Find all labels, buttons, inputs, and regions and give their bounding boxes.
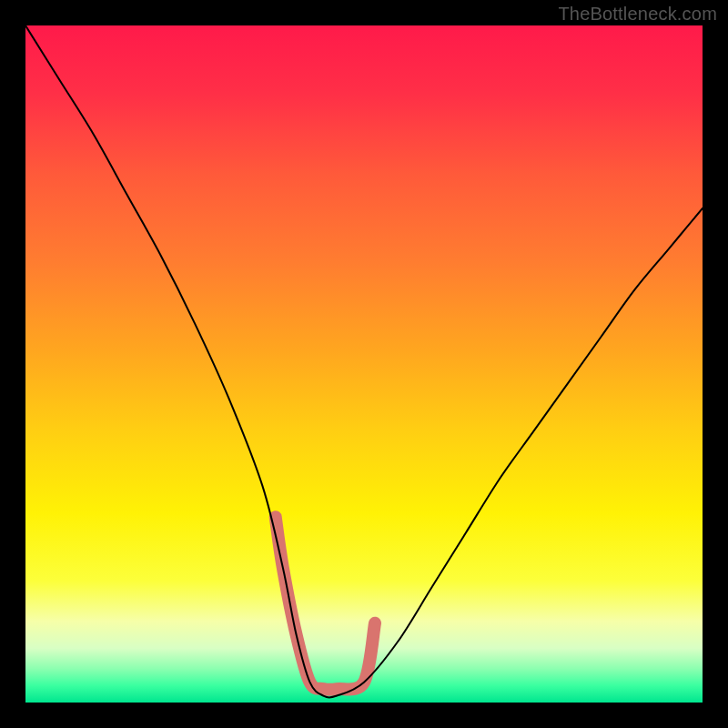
bottleneck-curve <box>25 25 703 697</box>
chart-frame: TheBottleneck.com <box>0 0 728 728</box>
curve-layer <box>25 25 703 703</box>
watermark-text: TheBottleneck.com <box>558 4 717 25</box>
plot-area <box>25 25 703 703</box>
